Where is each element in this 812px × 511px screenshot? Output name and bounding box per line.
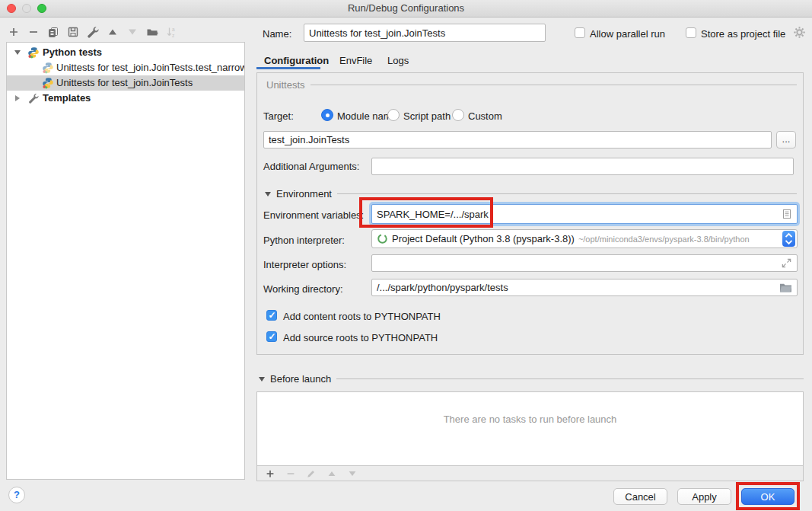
python-test-icon — [42, 62, 54, 74]
sidebar-item-unittests-test-narrow[interactable]: Unittests for test_join.JoinTests.test_n… — [7, 60, 244, 75]
divider — [336, 378, 804, 379]
run-debug-configurations-dialog: Run/Debug Configurations az — [0, 0, 812, 511]
tab-logs[interactable]: Logs — [387, 54, 409, 68]
target-custom-radio[interactable] — [452, 109, 464, 121]
svg-text:a: a — [172, 27, 175, 32]
environment-variables-field[interactable] — [371, 204, 798, 224]
conda-environment-icon — [377, 233, 388, 244]
edit-variables-icon[interactable] — [781, 208, 793, 220]
before-launch-task-list: There are no tasks to run before launch — [256, 391, 804, 481]
move-up-icon — [326, 468, 338, 480]
store-as-project-file-label: Store as project file — [701, 28, 785, 40]
section-expanded-arrow-icon[interactable] — [259, 377, 265, 382]
move-up-icon[interactable] — [107, 26, 119, 38]
python-interpreter-path: ~/opt/miniconda3/envs/pyspark-3.8/bin/py… — [578, 235, 750, 244]
target-custom-label: Custom — [468, 110, 502, 123]
task-list-toolbar — [257, 466, 803, 481]
unittests-group-header: Unittests — [266, 79, 797, 91]
tab-envfile[interactable]: EnvFile — [339, 54, 372, 68]
additional-arguments-label: Additional Arguments: — [263, 161, 359, 173]
gear-icon[interactable] — [793, 26, 806, 39]
expand-field-icon[interactable] — [781, 257, 792, 269]
configuration-tab-panel: Unittests Target: Module name Script pat… — [256, 72, 804, 355]
move-down-icon — [126, 26, 139, 38]
zoom-window-button[interactable] — [37, 4, 46, 13]
store-as-project-file-checkbox[interactable] — [686, 27, 696, 38]
sidebar-item-python-tests[interactable]: Python tests — [7, 45, 244, 60]
window-title: Run/Debug Configurations — [0, 0, 812, 17]
remove-icon[interactable] — [27, 26, 40, 38]
copy-configuration-icon[interactable] — [47, 26, 59, 38]
move-down-icon — [346, 468, 358, 480]
edit-icon — [305, 468, 317, 480]
tab-configuration[interactable]: Configuration — [264, 54, 329, 68]
collapsed-arrow-icon[interactable] — [15, 95, 20, 101]
divider — [337, 193, 797, 194]
section-title: Before launch — [270, 373, 331, 385]
empty-task-message: There are no tasks to run before launch — [257, 392, 803, 466]
sort-alphabetically-icon: az — [166, 26, 178, 38]
allow-parallel-run-label: Allow parallel run — [590, 28, 665, 40]
sidebar-item-label: Unittests for test_join.JoinTests — [56, 75, 193, 91]
config-tree-panel: Python tests Unittests for test_join.Joi… — [6, 42, 245, 480]
working-directory-input[interactable] — [371, 279, 798, 296]
add-source-roots-label: Add source roots to PYTHONPATH — [283, 332, 438, 344]
name-label: Name: — [263, 28, 291, 40]
python-tests-icon — [27, 46, 40, 59]
section-title: Environment — [276, 188, 332, 200]
target-label: Target: — [263, 110, 294, 123]
environment-section-header[interactable]: Environment — [265, 188, 797, 200]
target-script-path-label: Script path — [403, 110, 451, 123]
sidebar-toolbar: az — [8, 22, 178, 42]
minimize-window-button — [22, 4, 31, 13]
save-configuration-icon[interactable] — [67, 26, 79, 38]
allow-parallel-run-checkbox[interactable] — [575, 27, 585, 38]
active-tab-indicator — [256, 67, 320, 69]
dropdown-spinner-icon[interactable] — [782, 231, 795, 247]
sidebar-item-label: Templates — [43, 91, 91, 106]
python-interpreter-select[interactable]: Project Default (Python 3.8 (pyspark-3.8… — [371, 229, 798, 248]
title-bar: Run/Debug Configurations — [0, 0, 812, 18]
interpreter-options-label: Interpreter options: — [263, 259, 346, 271]
group-title: Unittests — [266, 79, 305, 91]
help-button[interactable]: ? — [8, 487, 25, 503]
python-interpreter-value: Project Default (Python 3.8 (pyspark-3.8… — [392, 233, 575, 244]
sidebar-item-unittests-jointests[interactable]: Unittests for test_join.JoinTests — [7, 75, 244, 91]
divider — [310, 85, 797, 85]
browse-button[interactable]: ... — [776, 131, 796, 149]
target-script-path-radio[interactable] — [387, 109, 400, 121]
folder-icon[interactable] — [779, 282, 792, 293]
module-name-input[interactable] — [263, 131, 772, 149]
svg-text:z: z — [172, 33, 174, 38]
name-input[interactable] — [304, 24, 546, 42]
add-content-roots-label: Add content roots to PYTHONPATH — [283, 311, 441, 323]
environment-variables-label: Environment variables: — [263, 209, 364, 222]
add-source-roots-checkbox[interactable] — [266, 331, 277, 342]
interpreter-options-input[interactable] — [371, 254, 798, 272]
additional-arguments-input[interactable] — [371, 158, 794, 175]
add-icon[interactable] — [8, 26, 20, 38]
expanded-arrow-icon[interactable] — [14, 50, 21, 55]
python-interpreter-label: Python interpreter: — [263, 235, 345, 247]
apply-button[interactable]: Apply — [677, 488, 731, 505]
remove-icon — [285, 468, 297, 480]
new-folder-icon[interactable] — [146, 26, 158, 38]
add-icon[interactable] — [264, 468, 276, 480]
target-module-name-radio[interactable] — [321, 109, 333, 121]
cancel-button[interactable]: Cancel — [613, 488, 667, 505]
ok-button[interactable]: OK — [741, 488, 794, 505]
section-expanded-arrow-icon[interactable] — [265, 192, 271, 196]
close-window-button[interactable] — [7, 4, 16, 13]
sidebar-item-templates[interactable]: Templates — [7, 91, 244, 106]
before-launch-section-header[interactable]: Before launch — [259, 373, 804, 385]
sidebar-item-label: Python tests — [43, 45, 102, 60]
add-content-roots-checkbox[interactable] — [266, 310, 277, 321]
python-test-icon — [42, 77, 54, 89]
edit-templates-icon[interactable] — [87, 26, 99, 38]
working-directory-label: Working directory: — [263, 283, 343, 295]
templates-wrench-icon — [28, 93, 39, 104]
sidebar-item-label: Unittests for test_join.JoinTests.test_n… — [56, 60, 244, 75]
